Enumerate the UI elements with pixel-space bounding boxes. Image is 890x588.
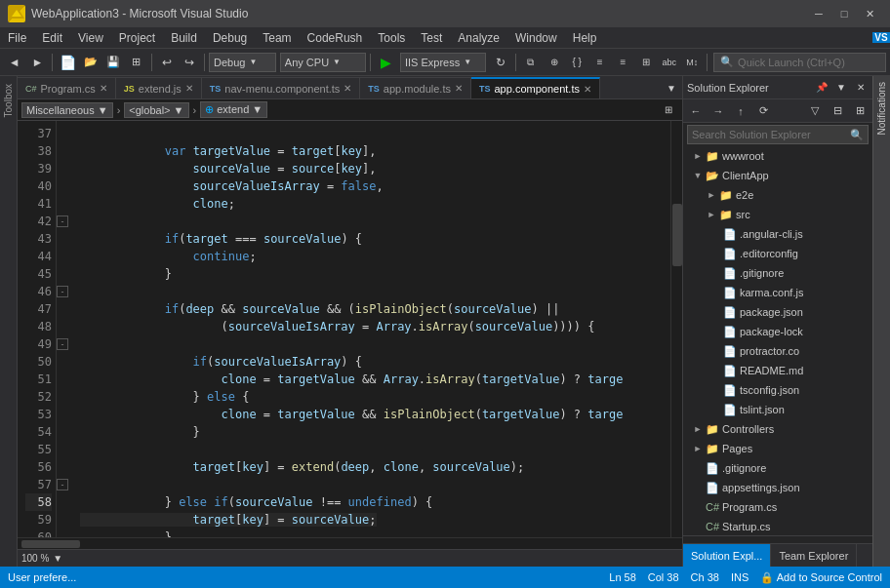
tree-item-program-cs[interactable]: C# Program.cs [683,497,872,517]
toolbar-btn-abc[interactable]: abc [659,52,680,73]
minimize-button[interactable]: ─ [806,4,831,23]
toolbar-btn-11[interactable]: ⊞ [635,52,657,73]
se-forward-button[interactable]: → [708,101,729,121]
user-account-button[interactable]: VS [872,32,890,43]
tree-item-appsettings[interactable]: 📄 appsettings.json [683,478,872,497]
redo-button[interactable]: ↪ [179,52,200,73]
tree-item-startup[interactable]: C# Startup.cs [683,517,872,535]
se-dropdown-button[interactable]: ▼ [833,79,849,97]
menu-project[interactable]: Project [111,27,163,48]
tab-extend-js[interactable]: JS extend.js ✕ [116,77,202,98]
run-button[interactable]: ▶ [375,52,396,73]
tab-app-module[interactable]: TS app.module.ts ✕ [360,77,471,98]
close-button[interactable]: ✕ [857,4,882,23]
tree-arrow-pages[interactable]: ► [691,442,705,455]
save-button[interactable]: 💾 [102,52,124,73]
status-add-source-control[interactable]: 🔒 Add to Source Control [760,571,882,584]
se-filter-button[interactable]: ▽ [804,101,826,121]
se-collapse-button[interactable]: ⊟ [827,101,848,121]
se-close-button[interactable]: ✕ [853,79,869,97]
se-tab-solution-explorer[interactable]: Solution Expl... [683,544,771,567]
refresh-button[interactable]: ↻ [490,52,511,73]
tree-item-package-lock[interactable]: 📄 package-lock [683,322,872,341]
fold-49[interactable]: - [57,338,68,350]
notifications-label[interactable]: Notifications [874,76,889,140]
se-tab-team-explorer[interactable]: Team Explorer [771,544,857,567]
undo-button[interactable]: ↩ [156,52,178,73]
open-button[interactable]: 📂 [80,52,101,73]
zoom-level[interactable]: 100 % [21,553,49,564]
tree-item-controllers[interactable]: ► 📁 Controllers [683,419,872,439]
new-project-button[interactable]: 📄 [57,52,78,73]
tree-arrow-src[interactable]: ► [705,208,718,221]
menu-tools[interactable]: Tools [370,27,413,48]
tree-arrow-e2e[interactable]: ► [705,188,718,202]
toolbar-btn-7[interactable]: ⊕ [544,52,565,73]
tree-item-angular-cli[interactable]: 📄 .angular-cli.js [683,224,872,244]
h-scroll-thumb[interactable] [21,540,80,548]
breadcrumb-scope-dropdown[interactable]: Miscellaneous ▼ [21,102,113,118]
fold-46[interactable]: - [57,286,68,297]
se-properties-button[interactable]: ⊞ [849,101,870,121]
tree-item-tslint[interactable]: 📄 tslint.json [683,400,872,419]
fold-42[interactable]: - [57,216,68,227]
quick-launch-input[interactable] [738,57,879,68]
menu-edit[interactable]: Edit [34,27,70,48]
tab-close-extend-js[interactable]: ✕ [185,83,193,94]
status-ins[interactable]: INS [731,571,748,583]
tree-item-readme[interactable]: 📄 README.md [683,361,872,380]
tree-item-wwwroot[interactable]: ► 📁 wwwroot [683,146,872,166]
tree-item-clientapp[interactable]: ▼ 📂 ClientApp [683,166,872,185]
breadcrumb-global-dropdown[interactable]: <global> ▼ [124,102,188,118]
se-search-bar[interactable]: 🔍 [687,125,869,144]
back-button[interactable]: ◄ [4,52,25,73]
tab-close-app-component[interactable]: ✕ [584,84,591,95]
se-search-input[interactable] [692,129,846,140]
tree-item-editorconfig[interactable]: 📄 .editorconfig [683,244,872,263]
scroll-thumb[interactable] [672,204,682,266]
toolbar-btn-8[interactable]: { } [566,52,587,73]
tree-arrow-controllers[interactable]: ► [691,422,705,436]
forward-button[interactable]: ► [27,52,49,73]
menu-team[interactable]: Team [255,27,299,48]
menu-file[interactable]: File [0,27,34,48]
status-user-prefs[interactable]: User prefere... [8,571,76,583]
tree-item-gitignore-ca[interactable]: 📄 .gitignore [683,263,872,283]
code-content[interactable]: var targetValue = target[key], sourceVal… [72,121,670,537]
tree-item-pages[interactable]: ► 📁 Pages [683,439,872,458]
quick-launch[interactable]: 🔍 [713,53,886,72]
tree-arrow-clientapp[interactable]: ▼ [691,169,705,182]
restore-button[interactable]: □ [831,4,857,23]
menu-window[interactable]: Window [507,27,565,48]
tab-list-button[interactable]: ▼ [661,77,682,98]
save-all-button[interactable]: ⊞ [126,52,147,73]
toolbar-btn-10[interactable]: ≡ [613,52,634,73]
breadcrumb-symbol-dropdown[interactable]: ⊕ extend ▼ [200,101,267,118]
menu-coderush[interactable]: CodeRush [300,27,371,48]
menu-analyze[interactable]: Analyze [450,27,507,48]
menu-debug[interactable]: Debug [205,27,255,48]
fold-57[interactable]: - [57,479,68,490]
tree-item-package-json[interactable]: 📄 package.json [683,302,872,322]
tree-arrow-wwwroot[interactable]: ► [691,149,705,163]
tree-item-karma[interactable]: 📄 karma.conf.js [683,283,872,302]
menu-view[interactable]: View [70,27,111,48]
se-pin-button[interactable]: 📌 [814,79,829,97]
se-scrollbar[interactable] [683,535,872,543]
tab-close-program-cs[interactable]: ✕ [100,83,107,94]
menu-build[interactable]: Build [163,27,205,48]
tab-app-component[interactable]: TS app.component.ts ✕ [471,77,600,98]
breadcrumb-expand-button[interactable]: ⊞ [659,100,678,120]
horizontal-scrollbar[interactable] [18,537,682,549]
tab-nav-menu[interactable]: TS nav-menu.component.ts ✕ [202,77,361,98]
toolbar-btn-9[interactable]: ≡ [589,52,611,73]
debug-config-dropdown[interactable]: Debug ▼ [209,53,276,72]
toolbox-label[interactable]: Toolbox [1,80,16,121]
tab-close-nav-menu[interactable]: ✕ [344,83,351,94]
menu-test[interactable]: Test [413,27,450,48]
toolbar-btn-6[interactable]: ⧉ [520,52,542,73]
tree-item-gitignore-root[interactable]: 📄 .gitignore [683,458,872,478]
status-line[interactable]: Ln 58 [609,571,636,583]
toolbar-btn-m[interactable]: M↕ [681,52,703,73]
tab-close-app-module[interactable]: ✕ [455,83,463,94]
